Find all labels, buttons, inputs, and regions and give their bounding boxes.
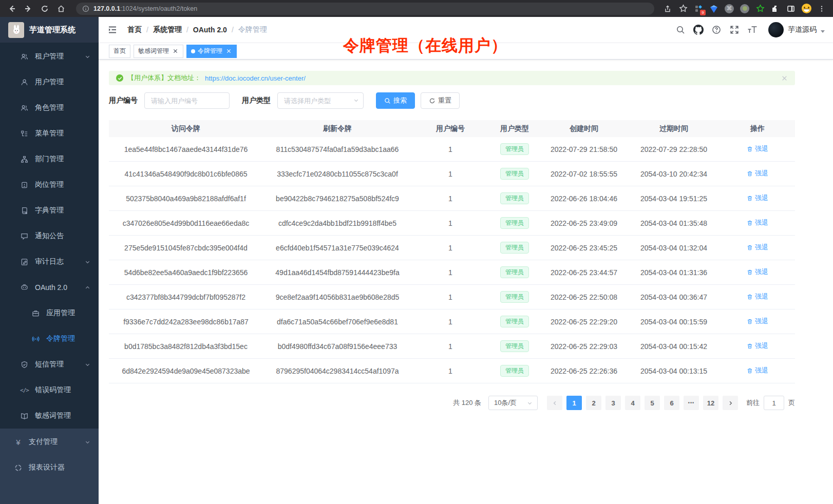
sidebar-item-report-designer[interactable]: 报表设计器 — [0, 455, 99, 480]
help-icon[interactable] — [711, 25, 722, 35]
goto-page-input[interactable] — [764, 396, 784, 410]
tab-token-management[interactable]: 令牌管理 — [186, 45, 237, 58]
total-count: 共 120 条 — [453, 398, 481, 408]
force-logout-button[interactable]: 强退 — [747, 243, 768, 252]
star-extension-icon[interactable] — [755, 4, 765, 14]
sidebar-item-menu-management[interactable]: 菜单管理 — [0, 121, 99, 146]
profile-avatar-icon[interactable] — [801, 4, 811, 14]
tab-close-icon[interactable] — [225, 48, 232, 55]
tab-close-icon[interactable] — [172, 48, 179, 55]
force-logout-button[interactable]: 强退 — [747, 169, 768, 178]
sidebar-item-tenant-management[interactable]: 租户管理 — [0, 44, 99, 69]
address-bar[interactable]: 127.0.0.1:1024/system/oauth2/token — [76, 3, 654, 15]
github-icon[interactable] — [693, 25, 704, 35]
search-button[interactable]: 搜索 — [376, 92, 415, 109]
breadcrumb-oauth[interactable]: OAuth 2.0 — [193, 26, 227, 34]
sidebar-item-oauth2[interactable]: OAuth 2.0 — [0, 275, 99, 300]
sidebar-item-error-code-management[interactable]: </> 错误码管理 — [0, 377, 99, 403]
prev-page-button[interactable] — [547, 396, 562, 410]
force-logout-button[interactable]: 强退 — [747, 144, 768, 153]
user-id-cell: 1 — [412, 268, 489, 277]
sidebar-item-audit-log[interactable]: 审计日志 — [0, 249, 99, 275]
sidebar-item-role-management[interactable]: 角色管理 — [0, 95, 99, 121]
force-logout-button[interactable]: 强退 — [747, 292, 768, 301]
refresh-token-cell: e6cfd40eb1f54571a31e775e039c4624 — [263, 244, 412, 252]
page-button-3[interactable]: 3 — [605, 396, 621, 410]
user-id-cell: 1 — [412, 342, 489, 351]
sidebar-item-dept-management[interactable]: 部门管理 — [0, 146, 99, 172]
user-id-cell: 1 — [412, 293, 489, 301]
browser-back-icon[interactable] — [5, 2, 18, 15]
bookmark-star-icon[interactable] — [678, 4, 688, 14]
next-page-button[interactable] — [723, 396, 738, 410]
trash-icon — [747, 343, 753, 350]
column-user-id: 用户编号 — [412, 124, 489, 133]
site-info-icon[interactable] — [82, 5, 89, 12]
force-logout-button[interactable]: 强退 — [747, 267, 768, 277]
force-logout-button[interactable]: 强退 — [747, 366, 768, 375]
message-bubble-icon — [21, 232, 28, 240]
doc-link[interactable]: https://doc.iocoder.cn/user-center/ — [205, 74, 306, 82]
browser-forward-icon[interactable] — [22, 2, 35, 15]
page-button-5[interactable]: 5 — [645, 396, 660, 410]
reset-button[interactable]: 重置 — [421, 92, 460, 109]
sidebar-item-post-management[interactable]: 岗位管理 — [0, 172, 99, 198]
extension-badge: 9 — [700, 10, 706, 15]
pager: 123456•••12 — [545, 396, 740, 410]
page-button-6[interactable]: 6 — [664, 396, 679, 410]
side-panel-icon[interactable] — [786, 4, 796, 14]
url-host: 127.0.0.1 — [93, 5, 120, 12]
puzzle-extension-icon[interactable] — [770, 4, 781, 14]
breadcrumb-current: 令牌管理 — [238, 25, 267, 34]
user-type-select-input[interactable] — [277, 92, 364, 109]
alert-close-icon[interactable] — [781, 74, 788, 82]
fullscreen-icon[interactable] — [729, 25, 740, 35]
expired-time-cell: 2054-03-04 00:15:59 — [628, 318, 720, 326]
sidebar-item-sensitive-word-management[interactable]: 敏感词管理 — [0, 403, 99, 429]
url-path: :1024/system/oauth2/token — [120, 5, 197, 12]
tab-sensitive-word[interactable]: 敏感词管理 — [134, 45, 183, 58]
breadcrumb-home[interactable]: 首页 — [127, 25, 142, 34]
sidebar-item-user-management[interactable]: 用户管理 — [0, 69, 99, 95]
page-button-4[interactable]: 4 — [625, 396, 640, 410]
share-icon[interactable] — [662, 4, 673, 14]
gem-extension-icon[interactable] — [709, 4, 719, 14]
page-button-2[interactable]: 2 — [586, 396, 601, 410]
browser-menu-icon[interactable] — [817, 4, 827, 14]
user-type-select[interactable] — [277, 92, 364, 109]
app-logo[interactable]: 芋道管理系统 — [0, 17, 99, 43]
extension-grid-icon[interactable]: 9 — [693, 4, 704, 14]
tab-home[interactable]: 首页 — [109, 45, 130, 58]
breadcrumb-system[interactable]: 系统管理 — [153, 25, 182, 34]
sidebar-item-app-management[interactable]: 应用管理 — [0, 300, 99, 326]
force-logout-button[interactable]: 强退 — [747, 341, 768, 351]
expired-time-cell: 2054-03-04 19:51:25 — [628, 195, 720, 203]
sidebar-item-dict-management[interactable]: 字典管理 — [0, 198, 99, 223]
sidebar-item-pay-management[interactable]: ¥ 支付管理 — [0, 429, 99, 455]
sidebar-item-sms-management[interactable]: 短信管理 — [0, 352, 99, 377]
page-button-1[interactable]: 1 — [566, 396, 582, 410]
user-id-input[interactable] — [144, 92, 230, 109]
user-type-cell: 管理员 — [489, 217, 540, 229]
search-icon — [384, 98, 391, 104]
force-logout-button[interactable]: 强退 — [747, 218, 768, 227]
pagination: 共 120 条 10条/页 123456•••12 前往 — [109, 396, 795, 410]
user-type-badge: 管理员 — [500, 340, 529, 352]
page-button-12[interactable]: 12 — [703, 396, 718, 410]
browser-reload-icon[interactable] — [38, 2, 51, 15]
sidebar-item-notice[interactable]: 通知公告 — [0, 223, 99, 249]
force-logout-button[interactable]: 强退 — [747, 317, 768, 326]
user-menu[interactable]: 芋道源码 — [768, 22, 825, 37]
sidebar-collapse-icon[interactable] — [107, 24, 118, 35]
user-type-cell: 管理员 — [489, 266, 540, 278]
recorder-extension-icon[interactable] — [740, 4, 750, 14]
browser-home-icon[interactable] — [54, 2, 68, 15]
user-type-cell: 管理员 — [489, 316, 540, 327]
page-size-select[interactable]: 10条/页 — [488, 396, 538, 410]
font-size-icon[interactable] — [747, 25, 758, 35]
search-icon[interactable] — [675, 25, 686, 35]
command-extension-icon[interactable]: ⌘ — [724, 4, 734, 14]
sidebar-item-token-management[interactable]: 令牌管理 — [0, 326, 99, 352]
force-logout-button[interactable]: 强退 — [747, 193, 768, 203]
page-ellipsis-button[interactable]: ••• — [684, 396, 699, 410]
